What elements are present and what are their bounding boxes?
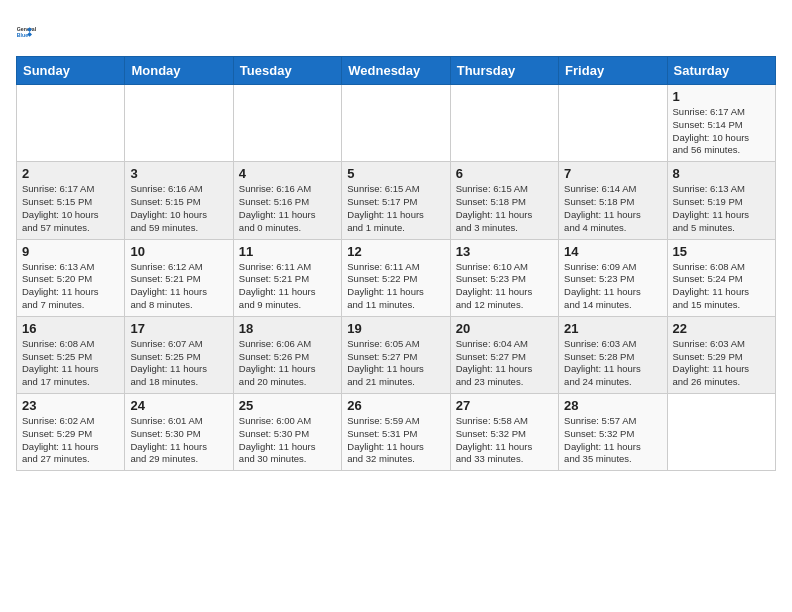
calendar-cell: 5Sunrise: 6:15 AM Sunset: 5:17 PM Daylig… <box>342 162 450 239</box>
weekday-header-thursday: Thursday <box>450 57 558 85</box>
calendar-cell: 25Sunrise: 6:00 AM Sunset: 5:30 PM Dayli… <box>233 394 341 471</box>
calendar-cell: 4Sunrise: 6:16 AM Sunset: 5:16 PM Daylig… <box>233 162 341 239</box>
calendar-cell: 21Sunrise: 6:03 AM Sunset: 5:28 PM Dayli… <box>559 316 667 393</box>
calendar-cell: 27Sunrise: 5:58 AM Sunset: 5:32 PM Dayli… <box>450 394 558 471</box>
calendar-week-row: 23Sunrise: 6:02 AM Sunset: 5:29 PM Dayli… <box>17 394 776 471</box>
day-info: Sunrise: 6:13 AM Sunset: 5:19 PM Dayligh… <box>673 183 770 234</box>
day-number: 10 <box>130 244 227 259</box>
day-info: Sunrise: 6:06 AM Sunset: 5:26 PM Dayligh… <box>239 338 336 389</box>
day-info: Sunrise: 6:12 AM Sunset: 5:21 PM Dayligh… <box>130 261 227 312</box>
day-number: 7 <box>564 166 661 181</box>
day-info: Sunrise: 6:16 AM Sunset: 5:16 PM Dayligh… <box>239 183 336 234</box>
calendar-cell <box>125 85 233 162</box>
day-number: 5 <box>347 166 444 181</box>
calendar-cell <box>667 394 775 471</box>
day-info: Sunrise: 6:11 AM Sunset: 5:21 PM Dayligh… <box>239 261 336 312</box>
day-number: 27 <box>456 398 553 413</box>
calendar-cell: 15Sunrise: 6:08 AM Sunset: 5:24 PM Dayli… <box>667 239 775 316</box>
weekday-header-monday: Monday <box>125 57 233 85</box>
calendar-cell: 8Sunrise: 6:13 AM Sunset: 5:19 PM Daylig… <box>667 162 775 239</box>
day-number: 14 <box>564 244 661 259</box>
day-number: 1 <box>673 89 770 104</box>
calendar-cell <box>342 85 450 162</box>
day-number: 25 <box>239 398 336 413</box>
calendar-cell: 14Sunrise: 6:09 AM Sunset: 5:23 PM Dayli… <box>559 239 667 316</box>
calendar-cell: 24Sunrise: 6:01 AM Sunset: 5:30 PM Dayli… <box>125 394 233 471</box>
page-header: General Blue <box>16 16 776 48</box>
day-info: Sunrise: 6:08 AM Sunset: 5:24 PM Dayligh… <box>673 261 770 312</box>
calendar-cell: 13Sunrise: 6:10 AM Sunset: 5:23 PM Dayli… <box>450 239 558 316</box>
calendar-week-row: 16Sunrise: 6:08 AM Sunset: 5:25 PM Dayli… <box>17 316 776 393</box>
day-info: Sunrise: 6:14 AM Sunset: 5:18 PM Dayligh… <box>564 183 661 234</box>
day-info: Sunrise: 6:07 AM Sunset: 5:25 PM Dayligh… <box>130 338 227 389</box>
day-info: Sunrise: 5:57 AM Sunset: 5:32 PM Dayligh… <box>564 415 661 466</box>
day-info: Sunrise: 6:08 AM Sunset: 5:25 PM Dayligh… <box>22 338 119 389</box>
day-number: 24 <box>130 398 227 413</box>
calendar-cell: 19Sunrise: 6:05 AM Sunset: 5:27 PM Dayli… <box>342 316 450 393</box>
day-number: 19 <box>347 321 444 336</box>
day-info: Sunrise: 6:05 AM Sunset: 5:27 PM Dayligh… <box>347 338 444 389</box>
day-number: 13 <box>456 244 553 259</box>
day-info: Sunrise: 5:58 AM Sunset: 5:32 PM Dayligh… <box>456 415 553 466</box>
calendar-cell: 3Sunrise: 6:16 AM Sunset: 5:15 PM Daylig… <box>125 162 233 239</box>
day-number: 4 <box>239 166 336 181</box>
calendar-cell: 12Sunrise: 6:11 AM Sunset: 5:22 PM Dayli… <box>342 239 450 316</box>
calendar-cell: 18Sunrise: 6:06 AM Sunset: 5:26 PM Dayli… <box>233 316 341 393</box>
svg-text:General: General <box>17 26 37 32</box>
weekday-header-wednesday: Wednesday <box>342 57 450 85</box>
day-info: Sunrise: 6:16 AM Sunset: 5:15 PM Dayligh… <box>130 183 227 234</box>
day-number: 3 <box>130 166 227 181</box>
calendar-cell <box>233 85 341 162</box>
weekday-header-saturday: Saturday <box>667 57 775 85</box>
day-number: 17 <box>130 321 227 336</box>
calendar-cell: 7Sunrise: 6:14 AM Sunset: 5:18 PM Daylig… <box>559 162 667 239</box>
calendar-week-row: 9Sunrise: 6:13 AM Sunset: 5:20 PM Daylig… <box>17 239 776 316</box>
day-number: 8 <box>673 166 770 181</box>
logo-icon: General Blue <box>16 16 48 48</box>
calendar-week-row: 2Sunrise: 6:17 AM Sunset: 5:15 PM Daylig… <box>17 162 776 239</box>
day-number: 20 <box>456 321 553 336</box>
day-info: Sunrise: 5:59 AM Sunset: 5:31 PM Dayligh… <box>347 415 444 466</box>
day-number: 9 <box>22 244 119 259</box>
calendar-cell: 11Sunrise: 6:11 AM Sunset: 5:21 PM Dayli… <box>233 239 341 316</box>
day-info: Sunrise: 6:04 AM Sunset: 5:27 PM Dayligh… <box>456 338 553 389</box>
day-number: 23 <box>22 398 119 413</box>
day-number: 28 <box>564 398 661 413</box>
calendar-cell: 2Sunrise: 6:17 AM Sunset: 5:15 PM Daylig… <box>17 162 125 239</box>
day-info: Sunrise: 6:15 AM Sunset: 5:18 PM Dayligh… <box>456 183 553 234</box>
calendar-cell: 16Sunrise: 6:08 AM Sunset: 5:25 PM Dayli… <box>17 316 125 393</box>
calendar-cell <box>559 85 667 162</box>
day-number: 2 <box>22 166 119 181</box>
day-number: 18 <box>239 321 336 336</box>
weekday-header-sunday: Sunday <box>17 57 125 85</box>
day-number: 26 <box>347 398 444 413</box>
calendar-cell: 22Sunrise: 6:03 AM Sunset: 5:29 PM Dayli… <box>667 316 775 393</box>
day-number: 22 <box>673 321 770 336</box>
day-number: 11 <box>239 244 336 259</box>
day-number: 12 <box>347 244 444 259</box>
calendar-cell: 17Sunrise: 6:07 AM Sunset: 5:25 PM Dayli… <box>125 316 233 393</box>
day-info: Sunrise: 6:11 AM Sunset: 5:22 PM Dayligh… <box>347 261 444 312</box>
calendar-cell: 10Sunrise: 6:12 AM Sunset: 5:21 PM Dayli… <box>125 239 233 316</box>
calendar-cell: 20Sunrise: 6:04 AM Sunset: 5:27 PM Dayli… <box>450 316 558 393</box>
day-number: 15 <box>673 244 770 259</box>
calendar-cell: 26Sunrise: 5:59 AM Sunset: 5:31 PM Dayli… <box>342 394 450 471</box>
day-info: Sunrise: 6:03 AM Sunset: 5:29 PM Dayligh… <box>673 338 770 389</box>
day-info: Sunrise: 6:10 AM Sunset: 5:23 PM Dayligh… <box>456 261 553 312</box>
day-info: Sunrise: 6:17 AM Sunset: 5:15 PM Dayligh… <box>22 183 119 234</box>
day-info: Sunrise: 6:03 AM Sunset: 5:28 PM Dayligh… <box>564 338 661 389</box>
calendar-cell <box>450 85 558 162</box>
weekday-header-tuesday: Tuesday <box>233 57 341 85</box>
day-info: Sunrise: 6:17 AM Sunset: 5:14 PM Dayligh… <box>673 106 770 157</box>
calendar-week-row: 1Sunrise: 6:17 AM Sunset: 5:14 PM Daylig… <box>17 85 776 162</box>
calendar-cell: 6Sunrise: 6:15 AM Sunset: 5:18 PM Daylig… <box>450 162 558 239</box>
calendar-cell: 9Sunrise: 6:13 AM Sunset: 5:20 PM Daylig… <box>17 239 125 316</box>
calendar-cell: 23Sunrise: 6:02 AM Sunset: 5:29 PM Dayli… <box>17 394 125 471</box>
day-info: Sunrise: 6:02 AM Sunset: 5:29 PM Dayligh… <box>22 415 119 466</box>
day-info: Sunrise: 6:09 AM Sunset: 5:23 PM Dayligh… <box>564 261 661 312</box>
calendar-cell: 28Sunrise: 5:57 AM Sunset: 5:32 PM Dayli… <box>559 394 667 471</box>
weekday-header-friday: Friday <box>559 57 667 85</box>
day-number: 16 <box>22 321 119 336</box>
day-info: Sunrise: 6:01 AM Sunset: 5:30 PM Dayligh… <box>130 415 227 466</box>
logo: General Blue <box>16 16 52 48</box>
